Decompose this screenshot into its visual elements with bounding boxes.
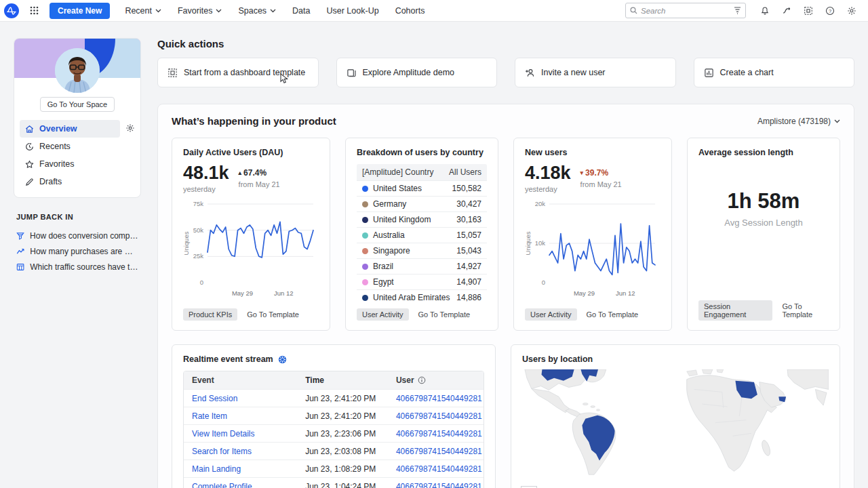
country-row[interactable]: United States 150,582 <box>357 180 487 196</box>
nav-data[interactable]: Data <box>285 2 317 20</box>
event-name-link[interactable]: View Item Details <box>192 429 305 439</box>
event-user-link[interactable]: 4066798741540449281 <box>396 394 482 403</box>
nav-user-lookup[interactable]: User Look-Up <box>320 2 386 20</box>
world-map[interactable] <box>522 369 829 488</box>
event-user-link[interactable]: 4066798741540449281 <box>396 429 482 439</box>
country-name: Australia <box>373 230 405 240</box>
amplitude-logo[interactable] <box>4 3 19 18</box>
sidebar: Go To Your Space Overview Recents Favori… <box>14 38 141 488</box>
event-user-link[interactable]: 4066798741540449281 <box>396 411 482 421</box>
settings-gear-icon[interactable] <box>842 3 861 18</box>
jump-item-funnel-chart[interactable]: How does conversion compare b... <box>16 228 138 243</box>
dashboard-template-icon <box>167 68 178 78</box>
qa-dashboard-template-card[interactable]: Start from a dashboard template <box>157 58 319 87</box>
go-to-template-link[interactable]: Go To Template <box>782 302 829 319</box>
create-new-button[interactable]: Create New <box>50 3 110 19</box>
qa-explore-demo-card[interactable]: Explore Amplitude demo <box>336 58 498 87</box>
country-row[interactable]: Singapore 15,043 <box>357 243 487 258</box>
country-row[interactable]: Australia 15,057 <box>357 227 487 243</box>
event-row: Rate Item Jun 23, 2:41:20 PM 40667987415… <box>184 407 484 424</box>
event-row: View Item Details Jun 23, 2:23:06 PM 406… <box>184 424 484 442</box>
country-row[interactable]: Germany 30,427 <box>357 196 487 211</box>
sidebar-item-drafts[interactable]: Drafts <box>20 173 135 190</box>
country-row[interactable]: United Kingdom 30,163 <box>357 211 487 227</box>
new-users-line-chart[interactable]: 010k20kUniquesMay 29Jun 12 <box>525 197 660 300</box>
country-color-dot <box>362 232 368 239</box>
users-col-header: All Users <box>449 167 481 177</box>
event-name-link[interactable]: Complete Profile <box>192 482 305 488</box>
jump-item-line-chart[interactable]: How many purchases are made ... <box>16 243 138 259</box>
search-box[interactable] <box>625 3 746 18</box>
event-time: Jun 23, 2:23:06 PM <box>305 429 396 439</box>
event-row: Complete Profile Jun 23, 1:04:24 PM 4066… <box>184 477 484 488</box>
country-row[interactable]: Brazil 14,927 <box>357 258 487 274</box>
svg-text:Jun 12: Jun 12 <box>616 289 635 297</box>
nav-cohorts[interactable]: Cohorts <box>389 2 432 20</box>
sidebar-item-label: Overview <box>39 124 77 134</box>
new-users-value: 4.18k <box>525 164 571 182</box>
session-title: Average session length <box>698 148 829 157</box>
template-dashed-square-icon[interactable] <box>799 3 818 18</box>
dau-delta-value: 67.4% <box>243 168 267 178</box>
dau-line-chart[interactable]: 025k50k75kUniquesMay 29Jun 12 <box>183 197 319 300</box>
event-time: Jun 23, 1:08:29 PM <box>305 464 396 474</box>
product-kpis-chip[interactable]: Product KPIs <box>183 308 237 321</box>
country-name: United Arab Emirates <box>373 293 450 302</box>
country-color-dot <box>362 295 368 301</box>
events-col-event: Event <box>192 375 305 385</box>
country-row[interactable]: United Arab Emirates 14,886 <box>357 289 487 305</box>
go-to-template-link[interactable]: Go To Template <box>587 310 639 319</box>
go-to-template-link[interactable]: Go To Template <box>247 310 299 319</box>
quick-actions-row: Start from a dashboard template Explore … <box>157 58 854 87</box>
event-name-link[interactable]: Search for Items <box>192 447 305 456</box>
country-row[interactable]: Egypt 14,907 <box>357 274 487 289</box>
nav-favorites[interactable]: Favorites <box>171 2 229 20</box>
nav-spaces[interactable]: Spaces <box>231 2 283 20</box>
event-time: Jun 23, 2:03:08 PM <box>305 447 396 456</box>
chevron-down-icon <box>216 9 222 13</box>
pathfinder-icon[interactable] <box>777 3 796 18</box>
chevron-down-icon <box>834 119 840 123</box>
user-activity-chip[interactable]: User Activity <box>357 308 409 321</box>
event-user-link[interactable]: 4066798741540449281 <box>396 464 482 474</box>
top-nav: Create New Recent Favorites Spaces Data … <box>0 0 868 22</box>
sidebar-item-label: Recents <box>39 142 71 151</box>
sidebar-item-recents[interactable]: Recents <box>20 138 135 155</box>
qa-create-chart-card[interactable]: Create a chart <box>694 58 855 87</box>
jump-item-table[interactable]: Which traffic sources have the hi... <box>16 259 138 274</box>
go-to-template-link[interactable]: Go To Template <box>418 310 471 319</box>
jump-back-in-title: JUMP BACK IN <box>16 213 138 221</box>
svg-text:25k: 25k <box>193 252 204 260</box>
session-engagement-chip[interactable]: Session Engagement <box>698 300 772 321</box>
project-selector-dropdown[interactable]: Amplistore (473198) <box>757 117 840 126</box>
new-users-value-sub: yesterday <box>525 185 571 193</box>
search-input[interactable] <box>641 7 730 15</box>
event-name-link[interactable]: Main Landing <box>192 464 305 474</box>
country-color-dot <box>362 217 368 223</box>
event-user-link[interactable]: 4066798741540449281 <box>396 482 482 488</box>
new-users-delta-sub: from May 21 <box>580 180 622 188</box>
filter-funnel-icon[interactable] <box>734 7 741 14</box>
events-title: Realtime event stream <box>183 354 273 364</box>
sidebar-item-favorites[interactable]: Favorites <box>20 155 135 173</box>
dau-value-sub: yesterday <box>183 185 229 193</box>
overview-settings-gear-icon[interactable] <box>125 123 135 133</box>
help-icon[interactable]: ? <box>821 3 840 18</box>
notifications-bell-icon[interactable] <box>755 3 774 18</box>
new-users-delta: ▾ 39.7% <box>580 168 622 178</box>
nav-recent[interactable]: Recent <box>118 2 168 20</box>
new-users-card: New users 4.18k yesterday ▾ 39.7% from M… <box>513 138 672 331</box>
sidebar-item-overview[interactable]: Overview <box>20 120 120 138</box>
event-user-link[interactable]: 4066798741540449281 <box>396 447 482 456</box>
go-to-your-space-button[interactable]: Go To Your Space <box>40 97 115 112</box>
user-activity-chip[interactable]: User Activity <box>525 308 577 321</box>
svg-text:May 29: May 29 <box>574 289 595 297</box>
event-name-link[interactable]: End Session <box>192 394 305 403</box>
event-name-link[interactable]: Rate Item <box>192 411 305 421</box>
info-icon[interactable] <box>418 376 426 384</box>
qa-invite-user-card[interactable]: Invite a new user <box>515 58 676 87</box>
funnel-chart-icon <box>16 231 24 241</box>
qa-card-label: Invite a new user <box>541 68 606 77</box>
app-switcher-grid-icon[interactable] <box>26 3 43 18</box>
country-name: Germany <box>373 199 406 209</box>
